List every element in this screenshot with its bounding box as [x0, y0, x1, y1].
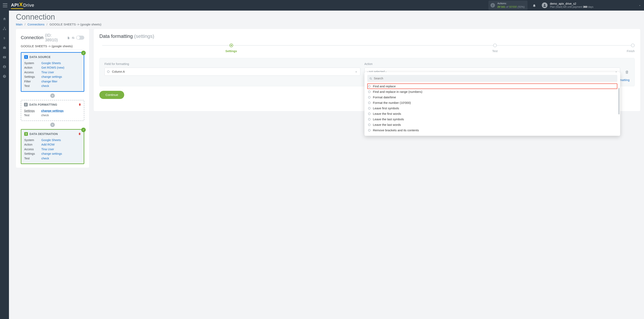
connection-id: (ID: 38910): [45, 33, 65, 42]
top-bar: APIXDrive i Actions: 25'161 of 50'000 (5…: [0, 0, 644, 10]
add-step-button[interactable]: +: [50, 122, 55, 127]
file-icon[interactable]: [67, 36, 70, 39]
dropdown-search-input[interactable]: [374, 77, 615, 80]
user-name: demo_apix_drive_s2: [550, 2, 594, 6]
sitemap-icon[interactable]: [3, 26, 6, 30]
step-label-settings: Settings: [99, 50, 363, 53]
gear-icon[interactable]: [72, 36, 75, 39]
chevron-down-icon: [355, 70, 358, 73]
help-icon[interactable]: ?: [3, 74, 6, 78]
user-icon[interactable]: [3, 64, 6, 69]
breadcrumb: Main / Connections / GOOGLE SHEETS -> (g…: [16, 22, 640, 26]
step-label-test: Test: [363, 50, 627, 53]
data-source-box[interactable]: ✓ 1DATA SOURCE SystemGoogle Sheets Actio…: [21, 52, 84, 92]
delete-row-icon[interactable]: [624, 68, 630, 76]
logo-x-icon: X: [19, 2, 23, 8]
trash-icon[interactable]: [78, 102, 82, 106]
dropdown-item[interactable]: Find and replace in range (numbers): [364, 89, 620, 94]
youtube-icon[interactable]: [3, 55, 6, 59]
data-formatting-box[interactable]: 2DATA FORMATTING Settingschange settings…: [21, 100, 84, 121]
formatting-form: Field for formatting Column A Action - n…: [99, 58, 635, 86]
actions-of: of: [506, 5, 508, 8]
formatting-test[interactable]: check: [41, 113, 49, 118]
source-filter[interactable]: change filter: [41, 79, 58, 84]
formatting-settings[interactable]: change settings: [41, 108, 64, 113]
dest-settings[interactable]: change settings: [41, 152, 62, 156]
chevron-down-icon[interactable]: [638, 4, 641, 7]
radio-icon: [368, 129, 370, 132]
dollar-icon[interactable]: $: [3, 36, 6, 40]
add-step-button[interactable]: +: [50, 94, 55, 98]
briefcase-icon[interactable]: [3, 46, 6, 50]
formatting-settings-panel: Data formatting (settings) Settings Test…: [94, 29, 640, 111]
svg-rect-1: [4, 27, 5, 28]
field-label: Field for formatting: [104, 62, 360, 66]
actions-label: Actions:: [498, 2, 525, 5]
source-action[interactable]: Get ROWS (new): [41, 65, 64, 70]
dest-test[interactable]: check: [41, 156, 49, 160]
step-dot-finish[interactable]: [631, 44, 635, 47]
field-value: Column A: [112, 70, 355, 73]
data-destination-title: DATA DESTINATION: [30, 132, 58, 136]
trash-icon[interactable]: [78, 132, 81, 136]
radio-icon: [368, 102, 370, 104]
check-icon: ✓: [81, 51, 86, 55]
step-dot-test[interactable]: [493, 44, 497, 47]
dest-access[interactable]: Tina User: [41, 147, 54, 152]
svg-rect-2: [3, 29, 4, 30]
source-access[interactable]: Tina User: [41, 70, 54, 74]
crumb-main[interactable]: Main: [16, 22, 22, 26]
dropdown-item[interactable]: Format date/time: [364, 94, 620, 100]
data-destination-box[interactable]: ✓ 3DATA DESTINATION SystemGoogle Sheets …: [21, 129, 84, 164]
info-icon: i: [490, 3, 495, 8]
menu-toggle-icon[interactable]: [3, 4, 7, 7]
radio-icon: [368, 85, 370, 88]
dropdown-item[interactable]: Leave the first words: [364, 111, 620, 116]
dest-action[interactable]: Add ROW: [41, 142, 54, 147]
continue-button[interactable]: Continue: [99, 91, 124, 99]
dropdown-search[interactable]: [367, 75, 618, 82]
panel-title: Data formatting (settings): [99, 34, 635, 39]
logo[interactable]: APIXDrive: [11, 2, 34, 9]
check-icon: ✓: [81, 128, 86, 132]
dropdown-item[interactable]: Find and replace: [367, 84, 618, 89]
actions-pct: (50%): [518, 5, 525, 8]
svg-point-0: [544, 4, 545, 5]
connection-subtitle: GOOGLE SHEETS -> (google sheets): [21, 44, 84, 50]
svg-rect-3: [5, 29, 6, 30]
scrollbar[interactable]: [618, 88, 620, 114]
radio-icon: [368, 112, 370, 115]
dropdown-item[interactable]: Remove brackets and its contents: [364, 128, 620, 133]
source-system[interactable]: Google Sheets: [41, 61, 61, 65]
radio-icon: [107, 70, 110, 73]
connection-toggle[interactable]: [76, 36, 84, 40]
actions-badge[interactable]: i Actions: 25'161 of 50'000 (50%): [488, 0, 528, 10]
dropdown-item[interactable]: Format the number (10'000): [364, 100, 620, 106]
dest-system[interactable]: Google Sheets: [41, 138, 61, 142]
step-label-finish: Finish: [627, 50, 635, 53]
source-settings[interactable]: change settings: [41, 74, 62, 79]
crumb-connections[interactable]: Connections: [28, 22, 44, 26]
action-label: Action: [364, 62, 620, 66]
dropdown-item[interactable]: Leave the last symbols: [364, 116, 620, 122]
field-select[interactable]: Column A: [104, 68, 360, 76]
logo-drive: Drive: [23, 3, 34, 8]
svg-text:$: $: [4, 37, 5, 40]
user-menu[interactable]: demo_apix_drive_s2 Plan |Start| left unt…: [542, 2, 594, 8]
crumb-current: GOOGLE SHEETS -> (google sheets): [50, 22, 102, 26]
action-dropdown: Find and replace Find and replace in ran…: [364, 72, 620, 136]
source-test[interactable]: check: [41, 84, 49, 88]
dropdown-item[interactable]: Leave the last words: [364, 122, 620, 128]
dropdown-item[interactable]: Leave first symbols: [364, 106, 620, 111]
home-icon[interactable]: [3, 17, 6, 21]
bell-icon[interactable]: [532, 3, 536, 8]
page-title: Connection: [16, 12, 640, 22]
radio-icon: [368, 124, 370, 126]
svg-point-10: [370, 78, 371, 79]
left-rail: $ ?: [0, 10, 9, 172]
actions-total: 50'000: [509, 5, 517, 8]
user-plan: Plan |Start| left until payment 360 days: [550, 6, 594, 8]
step-dot-settings[interactable]: [230, 44, 233, 47]
connection-heading: Connection: [21, 35, 43, 40]
stepper: Settings Test Finish: [99, 44, 635, 53]
